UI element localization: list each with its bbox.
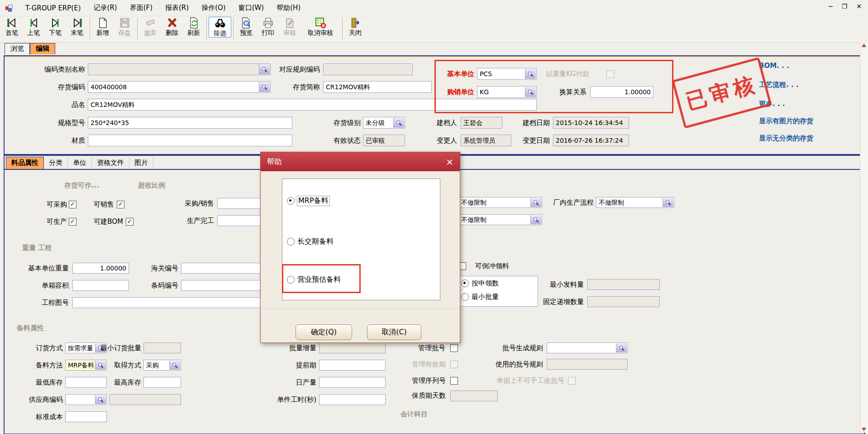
scroll-up-icon[interactable]: [862, 43, 866, 47]
print-button[interactable]: 打印: [257, 17, 279, 37]
close-door-icon: [349, 17, 362, 29]
close-button[interactable]: 关闭: [344, 17, 366, 37]
filter-button[interactable]: 筛选: [209, 17, 231, 38]
manage-batch-checkbox[interactable]: [450, 344, 458, 352]
std-cost-field[interactable]: [65, 411, 107, 422]
dialog-close-icon[interactable]: ×: [446, 157, 453, 166]
lookup-icon[interactable]: [393, 118, 404, 128]
can-sell-checkbox[interactable]: [117, 201, 124, 208]
delete-button[interactable]: 删除: [161, 17, 183, 37]
first-record-button[interactable]: 首笔: [1, 17, 23, 37]
product-name-label: 品名: [10, 99, 85, 111]
tab-qualification-files[interactable]: 资格文件: [92, 157, 129, 169]
customs-code-label: 海关编号: [135, 262, 178, 274]
next-record-button[interactable]: 下笔: [44, 17, 66, 37]
inventory-level-field[interactable]: 未分级: [363, 117, 405, 129]
ok-button[interactable]: 确定(Q): [296, 324, 352, 340]
radio-by-apply[interactable]: [461, 280, 469, 287]
save-button: 存盘: [114, 17, 135, 37]
cancel-button[interactable]: 取消(C): [367, 324, 421, 340]
option-long-lead[interactable]: 长交期备料: [287, 237, 334, 246]
batch-rule-field[interactable]: [547, 342, 628, 353]
conversion-field[interactable]: 1.00000: [590, 86, 653, 98]
menu-help[interactable]: 帮助(H): [270, 4, 307, 12]
bom-link[interactable]: BOM. . .: [759, 62, 789, 70]
issue-min-batch-option[interactable]: 最小批量: [461, 293, 499, 301]
tab-edit[interactable]: 编辑: [30, 43, 55, 54]
used-batch-rule-field: [547, 359, 628, 370]
inventory-abbr-field[interactable]: CR12MOV精料: [323, 81, 432, 93]
manage-validity-checkbox: [450, 361, 458, 368]
lookup-icon[interactable]: [663, 198, 673, 207]
close-window-button[interactable]: ✕: [856, 3, 862, 10]
menu-window[interactable]: 窗口(W): [232, 4, 271, 12]
tab-browse[interactable]: 浏览: [5, 43, 30, 54]
max-stock-field[interactable]: [143, 377, 181, 388]
prev-record-button[interactable]: 上笔: [23, 17, 44, 37]
preview-button[interactable]: 预览: [235, 17, 257, 37]
material-field[interactable]: [88, 135, 292, 146]
can-bom-checkbox[interactable]: [126, 218, 134, 226]
lookup-icon[interactable]: [525, 87, 536, 97]
lead-time-field[interactable]: [319, 360, 386, 371]
can-make-checkbox[interactable]: [69, 218, 76, 226]
can-buy-checkbox[interactable]: [69, 201, 76, 208]
radio-min-batch[interactable]: [461, 293, 469, 301]
daily-output-field[interactable]: [319, 377, 386, 388]
help-dialog-titlebar[interactable]: 帮助 ×: [261, 152, 460, 171]
show-unclassified-link[interactable]: 显示无分类的存货: [759, 134, 813, 143]
tab-item-attributes[interactable]: 料品属性: [6, 157, 44, 169]
lookup-icon[interactable]: [530, 198, 541, 207]
vertical-scrollbar[interactable]: [860, 42, 868, 433]
supplier-code-field[interactable]: [65, 394, 107, 405]
menu-ui[interactable]: 界面(F): [124, 4, 159, 12]
trade-unit-field[interactable]: KG: [477, 86, 537, 98]
tab-classification[interactable]: 分类: [44, 157, 68, 169]
restore-button[interactable]: ❐: [842, 3, 848, 10]
cancel-audit-button[interactable]: 取消审核: [300, 17, 340, 37]
filter-binoculars-icon: [214, 17, 226, 29]
manage-serial-checkbox[interactable]: [450, 377, 458, 385]
section-inventory-can: 存货可作...: [64, 181, 99, 190]
menu-record[interactable]: 记录(R): [87, 4, 124, 12]
lookup-icon[interactable]: [530, 215, 541, 224]
base-unit-field[interactable]: PCS: [477, 68, 537, 80]
menu-report[interactable]: 报表(R): [159, 4, 195, 12]
menu-app[interactable]: T-GROUP ERP(E): [19, 4, 87, 12]
lookup-icon[interactable]: [169, 361, 180, 370]
new-button[interactable]: 新增: [92, 17, 114, 37]
refresh-button[interactable]: 刷新: [183, 17, 205, 37]
issue-by-apply-option[interactable]: 按申领数: [461, 279, 499, 288]
option-sales-forecast[interactable]: 营业预估备料: [287, 275, 341, 285]
tab-units[interactable]: 单位: [68, 157, 92, 169]
scroll-down-icon[interactable]: [862, 428, 866, 431]
tab-pictures[interactable]: 图片: [129, 157, 153, 169]
lookup-icon[interactable]: [616, 343, 627, 352]
menu-operate[interactable]: 操作(O): [195, 4, 232, 12]
minimize-button[interactable]: ─: [829, 3, 832, 10]
radio-mrp[interactable]: [287, 197, 295, 205]
option-mrp[interactable]: MRP备料: [287, 196, 329, 206]
lookup-icon[interactable]: [95, 395, 106, 404]
last-record-button[interactable]: 末笔: [66, 17, 88, 37]
delete-x-icon: [166, 17, 178, 29]
show-with-pictures-link[interactable]: 显示有图片的存货: [759, 117, 813, 125]
box-volume-field[interactable]: [72, 280, 129, 291]
prep-method-label: 备料方法: [16, 359, 63, 371]
lookup-icon[interactable]: [525, 69, 536, 79]
radio-long-lead[interactable]: [287, 238, 295, 246]
manage-serial-label: 管理序列号: [412, 375, 446, 386]
limit-field-2[interactable]: 不做限制: [458, 214, 542, 225]
base-unit-weight-field[interactable]: 1.00000: [72, 263, 129, 274]
base-unit-label: 基本单位: [440, 68, 474, 80]
acquire-mode-field[interactable]: 采购: [143, 360, 181, 371]
save-floppy-icon: [119, 17, 131, 29]
spec-field[interactable]: 250*240*35: [88, 117, 292, 129]
limit-field-1[interactable]: 不做限制: [458, 197, 542, 208]
factory-flow-field[interactable]: 不做限制: [596, 197, 674, 208]
unit-hours-field[interactable]: [319, 394, 386, 405]
daily-output-label: 日产量: [281, 376, 316, 388]
product-name-field[interactable]: CR12MOV精料: [88, 99, 537, 111]
min-order-field: [143, 342, 181, 353]
radio-sales-forecast[interactable]: [287, 276, 295, 284]
